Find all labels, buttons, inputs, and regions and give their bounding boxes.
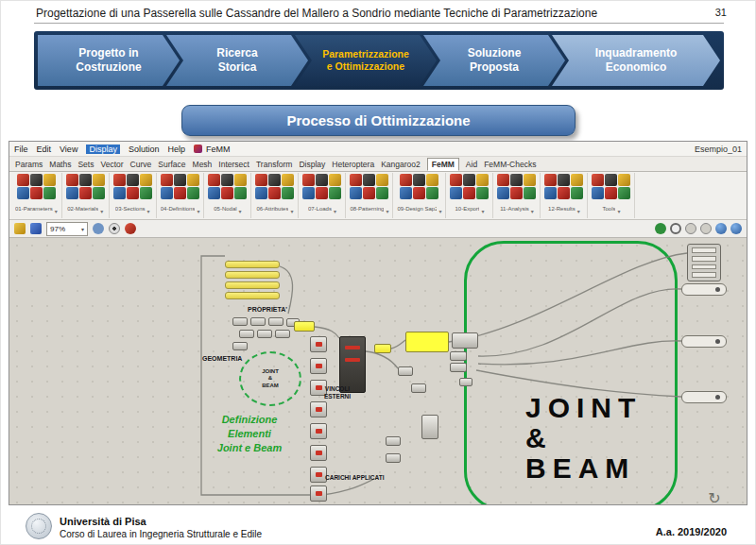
sketch-pen-icon[interactable]	[655, 223, 666, 234]
tool-icon[interactable]	[450, 187, 462, 199]
tool-icon[interactable]	[187, 187, 199, 199]
tool-icon[interactable]	[174, 174, 186, 186]
tool-icon[interactable]	[30, 187, 43, 199]
tool-icon[interactable]	[66, 187, 78, 199]
tool-icon[interactable]	[510, 174, 523, 186]
toolbar-group-caption[interactable]: 12-Results	[548, 200, 580, 217]
toolbar-group-caption[interactable]: 03-Sections	[115, 200, 150, 217]
tool-icon[interactable]	[221, 174, 233, 186]
gh-node[interactable]	[450, 363, 467, 372]
tool-icon[interactable]	[558, 187, 570, 199]
preview-mode-icon[interactable]	[730, 223, 742, 234]
tool-icon[interactable]	[161, 174, 173, 186]
tool-icon[interactable]	[413, 174, 425, 186]
tab-maths[interactable]: Maths	[49, 160, 71, 169]
tab-intersect[interactable]: Intersect	[218, 160, 249, 169]
toolbar-group-caption[interactable]: 11-Analysis	[500, 200, 534, 217]
preview-eye-icon[interactable]	[109, 223, 120, 234]
tool-icon[interactable]	[140, 187, 152, 199]
tool-icon[interactable]	[524, 187, 536, 199]
tool-icon[interactable]	[524, 174, 536, 186]
tool-icon[interactable]	[255, 187, 267, 199]
paint-icon[interactable]	[125, 223, 136, 234]
process-step-parametrizzazione-active[interactable]: Parametrizzazione e Ottimizzazione	[295, 35, 437, 86]
tool-icon[interactable]	[127, 187, 139, 199]
tool-icon[interactable]	[450, 174, 462, 186]
tool-icon[interactable]	[93, 174, 105, 186]
tool-icon[interactable]	[376, 174, 388, 186]
gh-node[interactable]	[459, 378, 472, 386]
tool-icon[interactable]	[93, 187, 105, 199]
process-step-inquadramento[interactable]: Inquadramento Economico	[552, 35, 720, 86]
tool-icon[interactable]	[571, 187, 583, 199]
panel-node[interactable]	[225, 281, 280, 289]
tool-icon[interactable]	[558, 174, 570, 186]
tool-icon[interactable]	[113, 174, 126, 186]
gh-node-panel[interactable]	[687, 244, 721, 281]
tab-params[interactable]: Params	[15, 160, 43, 169]
tool-icon[interactable]	[413, 187, 425, 199]
tool-icon[interactable]	[268, 174, 281, 186]
toolbar-group-caption[interactable]: 02-Materials	[67, 200, 103, 217]
toolbar-group-caption[interactable]: 04-Definitions	[161, 200, 200, 217]
wire-display-icon[interactable]	[685, 223, 696, 234]
gh-node-constraint[interactable]	[310, 445, 327, 461]
gh-node[interactable]	[421, 415, 438, 439]
gh-node[interactable]	[452, 332, 478, 349]
toolbar-group-caption[interactable]: 10-Export	[455, 200, 484, 217]
tool-icon[interactable]	[208, 174, 220, 186]
tool-icon[interactable]	[544, 187, 557, 199]
tab-heteroptera[interactable]: Heteroptera	[332, 160, 374, 169]
save-icon[interactable]	[30, 223, 42, 234]
toolbar-group-caption[interactable]: 07-Loads	[308, 200, 336, 217]
gh-node-constraint[interactable]	[310, 358, 327, 374]
gh-node[interactable]	[386, 436, 401, 446]
navigate-icon[interactable]	[93, 223, 104, 234]
gh-node-yellow-panel[interactable]	[405, 332, 449, 352]
tool-icon[interactable]	[463, 187, 475, 199]
tool-icon[interactable]	[363, 174, 375, 186]
gh-node[interactable]	[239, 330, 254, 338]
tool-icon[interactable]	[376, 187, 388, 199]
process-step-progetto[interactable]: Progetto in Costruzione	[38, 35, 180, 86]
tool-icon[interactable]	[363, 187, 375, 199]
tab-surface[interactable]: Surface	[158, 160, 185, 169]
menu-item-femm[interactable]: FeMM	[206, 145, 231, 154]
tool-icon[interactable]	[17, 187, 29, 199]
tool-icon[interactable]	[43, 174, 56, 186]
gh-canvas[interactable]: PROPRIETA' GEOMETRIA JOINT & BEAM	[9, 238, 747, 504]
gh-node[interactable]	[268, 317, 284, 326]
gh-node[interactable]	[232, 317, 248, 326]
tool-icon[interactable]	[316, 174, 328, 186]
toolbar-group-caption[interactable]: 06-Attributes	[256, 200, 293, 217]
zoom-select[interactable]: 97%	[46, 222, 88, 236]
toolbar-group-caption[interactable]: Tools	[602, 200, 620, 217]
tool-icon[interactable]	[618, 187, 630, 199]
tool-icon[interactable]	[592, 174, 604, 186]
process-step-soluzione[interactable]: Soluzione Proposta	[423, 35, 565, 86]
tool-icon[interactable]	[302, 174, 315, 186]
tool-icon[interactable]	[187, 174, 199, 186]
tab-curve[interactable]: Curve	[130, 160, 152, 169]
tool-icon[interactable]	[255, 174, 267, 186]
tool-icon[interactable]	[605, 187, 617, 199]
gh-node-constraint[interactable]	[310, 485, 327, 502]
tab-aid[interactable]: Aid	[466, 160, 477, 169]
gh-node-slider[interactable]	[681, 391, 727, 403]
tool-icon[interactable]	[592, 187, 604, 199]
tool-icon[interactable]	[316, 187, 328, 199]
gh-node-slider[interactable]	[681, 335, 727, 348]
tool-icon[interactable]	[79, 187, 92, 199]
tool-icon[interactable]	[463, 174, 475, 186]
menu-item-edit[interactable]: Edit	[37, 145, 52, 154]
tool-icon[interactable]	[127, 174, 139, 186]
gh-node[interactable]	[398, 366, 413, 376]
tool-icon[interactable]	[17, 174, 29, 186]
tool-icon[interactable]	[113, 187, 126, 199]
gh-node[interactable]	[232, 342, 248, 350]
menu-item-file[interactable]: File	[14, 145, 28, 154]
tool-icon[interactable]	[282, 174, 294, 186]
gh-node-constraint[interactable]	[310, 336, 327, 352]
tool-icon[interactable]	[571, 174, 583, 186]
tab-kangaroo2[interactable]: Kangaroo2	[381, 160, 421, 169]
